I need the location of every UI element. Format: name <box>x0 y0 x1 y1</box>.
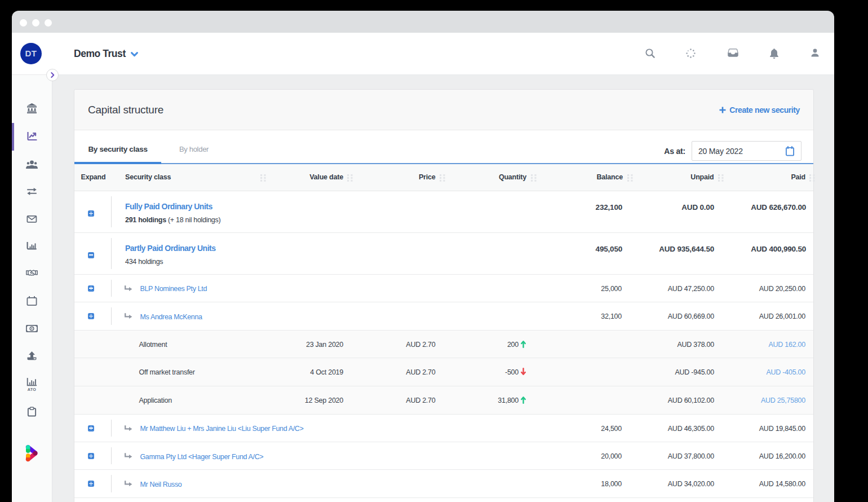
svg-text:ATO: ATO <box>28 386 37 391</box>
